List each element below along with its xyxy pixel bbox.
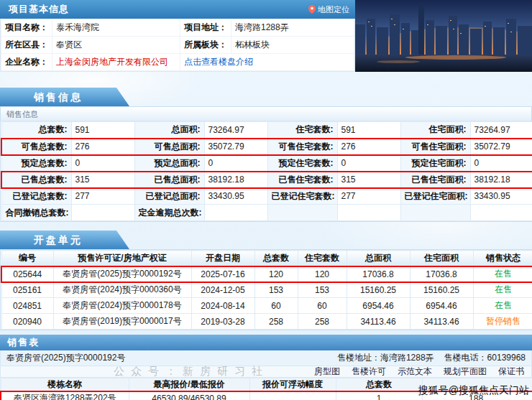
total-units: 258 [254, 314, 298, 330]
sales-info-row: 预定总套数:0 预定总面积:0 预定住宅套数:0 预定住宅面积:0 [1, 155, 532, 172]
column-header: 总套数 [254, 251, 298, 266]
project-address: 海湾路1288弄 [231, 19, 354, 37]
field-value: 35072.79 [204, 139, 267, 155]
field-label: 定金逾期总次数: [134, 205, 204, 221]
company-link[interactable]: 上海金闵房地产开发有限公司 [52, 54, 180, 71]
total-area: 34113.46 [347, 314, 410, 330]
field-label: 已售总面积: [134, 172, 204, 188]
license-number: 奉贤房管(2025)预字0000192号 [53, 266, 191, 282]
total-area: 17036.8 [347, 266, 410, 282]
district: 奉贤区 [52, 37, 180, 54]
total-area: 15160.25 [347, 282, 410, 298]
opening-unit-row: 025161 奉贤房管(2024)预字0000360号 2024-12-05 1… [1, 282, 532, 298]
map-pin-icon [308, 5, 316, 14]
field-value: 38192.18 [204, 172, 267, 188]
sales-info-row-highlighted: 可售总套数:276 可售总面积:35072.79 可售住宅套数:276 可售住宅… [1, 139, 532, 155]
field-value: 591 [337, 122, 400, 139]
opening-units-table: 编号 预售许可证/房地产权证 开盘日期 总套数 住宅套数 总面积 住宅面积 销售… [1, 250, 532, 330]
sales-office-phone: 售楼电话：60139968 [444, 352, 526, 364]
district-label: 所在区县： [1, 37, 52, 54]
price-range: 46530.89/46530.89 [129, 391, 249, 400]
column-header: 总套数 [336, 378, 422, 392]
field-value: 38192.18 [470, 172, 532, 188]
intro-link[interactable]: 点击查看楼盘介绍 [180, 54, 354, 71]
page-title: 项目基本信息 [0, 3, 69, 16]
residential-area: 17036.8 [410, 266, 473, 282]
total-units: 153 [254, 282, 298, 298]
field-value: 276 [71, 139, 134, 155]
opening-unit-row: 020940 奉贤房管(2019)预字0000017号 2019-03-28 2… [1, 314, 532, 330]
field-label: 可售总套数: [1, 139, 71, 155]
basic-info-panel: 项目名称： 泰禾海湾院 项目地址： 海湾路1288弄 所在区县： 奉贤区 所属板… [0, 19, 355, 72]
license-number: 奉贤房管(2019)预字0000017号 [53, 314, 191, 330]
field-value: 33430.95 [204, 188, 267, 205]
sales-table-bar: 销售表 [0, 335, 532, 350]
tab-opening-units: 开盘单元 [0, 231, 129, 249]
status-badge: 在售 [473, 298, 532, 314]
link-sales-permit[interactable]: 售楼许可 [352, 366, 386, 378]
residential-area: 15160.25 [410, 282, 473, 298]
field-label: 预定住宅套数: [267, 155, 337, 172]
opening-unit-row-highlighted: 025644 奉贤房管(2025)预字0000192号 2025-07-16 1… [1, 266, 532, 282]
field-value [337, 205, 400, 221]
total-units: 60 [254, 298, 298, 314]
field-label: 已登记住宅套数: [267, 188, 337, 205]
field-value: 0 [71, 155, 134, 172]
field-value: 315 [337, 172, 400, 188]
field-value [71, 205, 134, 221]
city-photo [355, 0, 532, 72]
residential-units: 120 [298, 266, 347, 282]
column-header: 住宅面积 [410, 251, 473, 266]
residential-units: 153 [298, 282, 347, 298]
field-label: 预定总套数: [1, 155, 71, 172]
field-value: 591 [71, 122, 134, 139]
building-table-header-row: 楼栋名称 最高报价/最低报价 报价可浮动幅度 总套数 [1, 378, 532, 392]
board: 柘林板块 [231, 37, 354, 54]
field-label: 已登记住宅面积: [400, 188, 470, 205]
tab-sales-info: 销售信息 [0, 88, 129, 106]
field-label: 总面积: [134, 122, 204, 139]
map-locate-link[interactable]: 地图定位 [308, 4, 349, 15]
building-price-table: 楼栋名称 最高报价/最低报价 报价可浮动幅度 总套数 奉贤区海湾路1288弄20… [0, 378, 532, 400]
field-value: 0 [204, 155, 267, 172]
project-address-label: 项目地址： [180, 19, 231, 37]
status-badge: 暂停销售 [473, 314, 532, 330]
field-label: 已登记总套数: [1, 188, 71, 205]
link-floor-plan[interactable]: 房型图 [314, 366, 340, 378]
opening-date: 2025-07-16 [191, 266, 254, 282]
field-value: 315 [71, 172, 134, 188]
document-links-row: 房型图 售楼许可 示范文本 规划平面图 保证书 [0, 366, 532, 378]
link-planning-map[interactable]: 规划平面图 [444, 366, 487, 378]
sales-info-row: 总套数:591 总面积:73264.97 住宅套数:591 住宅面积:73264… [1, 122, 532, 139]
column-header: 总面积 [347, 251, 410, 266]
project-name-label: 项目名称： [1, 19, 52, 37]
residential-area: 34113.46 [410, 314, 473, 330]
info-row: 项目名称： 泰禾海湾院 项目地址： 海湾路1288弄 [1, 19, 354, 37]
sales-info-subheader: 销售信息 [1, 107, 531, 121]
field-label: 住宅面积: [400, 122, 470, 139]
link-guarantee[interactable]: 保证书 [498, 366, 524, 378]
column-header: 开盘日期 [191, 251, 254, 266]
field-label: 已售住宅面积: [400, 172, 470, 188]
building-extra-value: 188. [422, 391, 532, 400]
column-header: 住宅套数 [298, 251, 347, 266]
selected-license: 奉贤房管(2025)预字0000192号 [6, 352, 125, 364]
column-header: 最高报价/最低报价 [129, 378, 249, 392]
license-number: 奉贤房管(2024)预字0000178号 [53, 298, 191, 314]
info-row: 所在区县： 奉贤区 所属板块： 柘林板块 [1, 37, 354, 54]
opening-date: 2024-12-05 [191, 282, 254, 298]
building-total-units: 1 [336, 391, 422, 400]
opening-date: 2019-03-28 [191, 314, 254, 330]
field-label: 可售住宅套数: [267, 139, 337, 155]
opening-unit-row: 024851 奉贤房管(2024)预字0000178号 2024-08-14 6… [1, 298, 532, 314]
unit-id: 025644 [1, 266, 53, 282]
board-label: 所属板块： [180, 37, 231, 54]
total-area: 6954.46 [347, 298, 410, 314]
link-model-text[interactable]: 示范文本 [398, 366, 432, 378]
column-header: 报价可浮动幅度 [249, 378, 336, 392]
residential-units: 258 [298, 314, 347, 330]
price-float [249, 391, 336, 400]
field-label: 可售住宅面积: [400, 139, 470, 155]
unit-id: 020940 [1, 314, 53, 330]
sales-office-address: 售楼地址：海湾路1288弄 [337, 352, 434, 364]
